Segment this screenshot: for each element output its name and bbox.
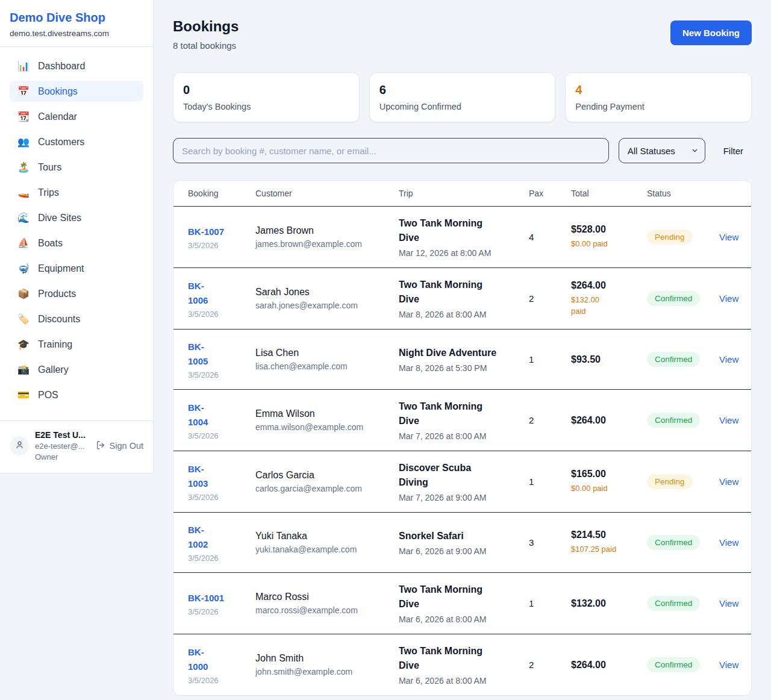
search-input[interactable] <box>173 138 609 163</box>
sidebar-item-equipment[interactable]: 🤿 Equipment <box>10 258 143 279</box>
customer-name: Lisa Chen <box>255 348 399 358</box>
total-cell: $132.00 <box>571 598 647 609</box>
sidebar-item-pos[interactable]: 💳 POS <box>10 384 143 405</box>
total-cell: $264.00 <box>571 415 647 426</box>
page-subtitle: 8 total bookings <box>173 40 239 51</box>
pax-cell: 3 <box>529 537 571 548</box>
customer-email: lisa.chen@example.com <box>255 361 399 371</box>
table-row: BK-1007 3/5/2026 James Brown james.brown… <box>173 206 751 267</box>
status-cell: Confirmed <box>647 657 719 672</box>
view-link[interactable]: View <box>719 598 738 608</box>
sidebar-item-bookings[interactable]: 📅 Bookings <box>10 81 143 102</box>
trip-name: Two Tank Morning Dive <box>399 644 529 673</box>
sidebar-item-trips[interactable]: 🚤 Trips <box>10 182 143 203</box>
stat-label: Today's Bookings <box>183 102 349 111</box>
sidebar-item-dashboard[interactable]: 📊 Dashboard <box>10 55 143 77</box>
col-header-status: Status <box>647 189 719 198</box>
trip-datetime: Mar 7, 2026 at 8:00 AM <box>399 431 529 441</box>
pax-cell: 2 <box>529 415 571 425</box>
view-link[interactable]: View <box>719 537 738 548</box>
trip-cell: Discover Scuba Diving Mar 7, 2026 at 9:0… <box>399 461 529 502</box>
customer-name: Yuki Tanaka <box>255 531 399 542</box>
customer-cell: John Smith john.smith@example.com <box>255 653 399 677</box>
boats-icon: ⛵ <box>17 237 30 249</box>
sidebar-nav: 📊 Dashboard 📅 Bookings 📆 Calendar 👥 Cust… <box>0 47 153 414</box>
person-icon <box>14 440 25 452</box>
view-link[interactable]: View <box>719 477 738 487</box>
trip-cell: Two Tank Morning Dive Mar 7, 2026 at 8:0… <box>399 399 529 441</box>
booking-number-link[interactable]: BK- 1006 <box>188 279 255 308</box>
sidebar-item-gallery[interactable]: 📸 Gallery <box>10 359 143 380</box>
booking-number-link[interactable]: BK- 1005 <box>188 340 255 369</box>
sidebar-item-tours[interactable]: 🏝️ Tours <box>10 157 143 178</box>
customer-cell: Carlos Garcia carlos.garcia@example.com <box>255 470 399 493</box>
customer-name: John Smith <box>255 653 399 664</box>
status-cell: Pending <box>647 474 719 489</box>
table-row: BK- 1004 3/5/2026 Emma Wilson emma.wilso… <box>173 389 751 451</box>
booking-date: 3/5/2026 <box>188 493 255 502</box>
trip-cell: Two Tank Morning Dive Mar 6, 2026 at 8:0… <box>399 583 529 624</box>
booking-cell: BK-1001 3/5/2026 <box>188 591 255 616</box>
status-select-wrap: All Statuses <box>619 138 705 163</box>
view-link[interactable]: View <box>719 354 738 364</box>
col-header-customer: Customer <box>255 189 399 198</box>
booking-date: 3/5/2026 <box>188 554 255 563</box>
table-header-row: Booking Customer Trip Pax Total Status <box>173 181 751 206</box>
status-cell: Confirmed <box>647 535 719 550</box>
trip-datetime: Mar 7, 2026 at 9:00 AM <box>399 493 529 502</box>
table-row: BK- 1002 3/5/2026 Yuki Tanaka yuki.tanak… <box>173 512 751 572</box>
sidebar-item-boats[interactable]: ⛵ Boats <box>10 233 143 254</box>
sidebar-item-customers[interactable]: 👥 Customers <box>10 131 143 152</box>
customer-cell: Yuki Tanaka yuki.tanaka@example.com <box>255 531 399 554</box>
view-link[interactable]: View <box>719 232 738 242</box>
stat-card: 4 Pending Payment <box>565 72 752 122</box>
trips-icon: 🚤 <box>17 187 30 198</box>
pax-cell: 4 <box>529 232 571 242</box>
booking-number-link[interactable]: BK-1007 <box>188 225 255 239</box>
paid-amount: $132.00 paid <box>571 294 647 317</box>
customer-email: marco.rossi@example.com <box>255 605 399 615</box>
view-cell: View <box>719 660 738 670</box>
equipment-icon: 🤿 <box>17 263 30 274</box>
total-amount: $528.00 <box>571 224 647 235</box>
total-cell: $528.00 $0.00 paid <box>571 224 647 250</box>
booking-number-link[interactable]: BK- 1000 <box>188 645 255 674</box>
trip-name: Snorkel Safari <box>399 529 529 543</box>
trip-name: Two Tank Morning Dive <box>399 278 529 307</box>
filter-button[interactable]: Filter <box>723 146 743 156</box>
booking-number-link[interactable]: BK- 1003 <box>188 462 255 491</box>
bookings-icon: 📅 <box>17 86 30 97</box>
sidebar-item-calendar[interactable]: 📆 Calendar <box>10 106 143 127</box>
gallery-icon: 📸 <box>17 364 30 375</box>
sign-out-button[interactable]: Sign Out <box>96 440 143 452</box>
sidebar-item-training[interactable]: 🎓 Training <box>10 334 143 355</box>
status-cell: Pending <box>647 230 719 245</box>
brand-name[interactable]: Demo Dive Shop <box>10 11 143 25</box>
customer-name: James Brown <box>255 225 399 236</box>
sidebar-item-products[interactable]: 📦 Products <box>10 283 143 304</box>
booking-date: 3/5/2026 <box>188 676 255 685</box>
view-cell: View <box>719 354 738 365</box>
status-badge: Confirmed <box>647 596 700 611</box>
pax-cell: 1 <box>529 598 571 608</box>
trip-cell: Two Tank Morning Dive Mar 6, 2026 at 8:0… <box>399 644 529 686</box>
status-filter-select[interactable]: All Statuses <box>619 138 705 163</box>
total-amount: $214.50 <box>571 530 647 540</box>
sidebar-item-dive-sites[interactable]: 🌊 Dive Sites <box>10 207 143 228</box>
sidebar-item-label: Customers <box>38 137 84 148</box>
sidebar-item-discounts[interactable]: 🏷️ Discounts <box>10 308 143 330</box>
view-cell: View <box>719 537 738 548</box>
view-link[interactable]: View <box>719 660 738 670</box>
table-row: BK- 1003 3/5/2026 Carlos Garcia carlos.g… <box>173 451 751 512</box>
calendar-icon: 📆 <box>17 111 30 122</box>
booking-number-link[interactable]: BK- 1002 <box>188 523 255 552</box>
new-booking-button[interactable]: New Booking <box>670 20 752 45</box>
booking-cell: BK- 1000 3/5/2026 <box>188 645 255 685</box>
table-row: BK- 1005 3/5/2026 Lisa Chen lisa.chen@ex… <box>173 329 751 389</box>
booking-number-link[interactable]: BK- 1004 <box>188 401 255 430</box>
booking-number-link[interactable]: BK-1001 <box>188 591 255 605</box>
view-link[interactable]: View <box>719 415 738 425</box>
view-link[interactable]: View <box>719 293 738 304</box>
status-badge: Confirmed <box>647 657 700 672</box>
discounts-icon: 🏷️ <box>17 313 30 325</box>
